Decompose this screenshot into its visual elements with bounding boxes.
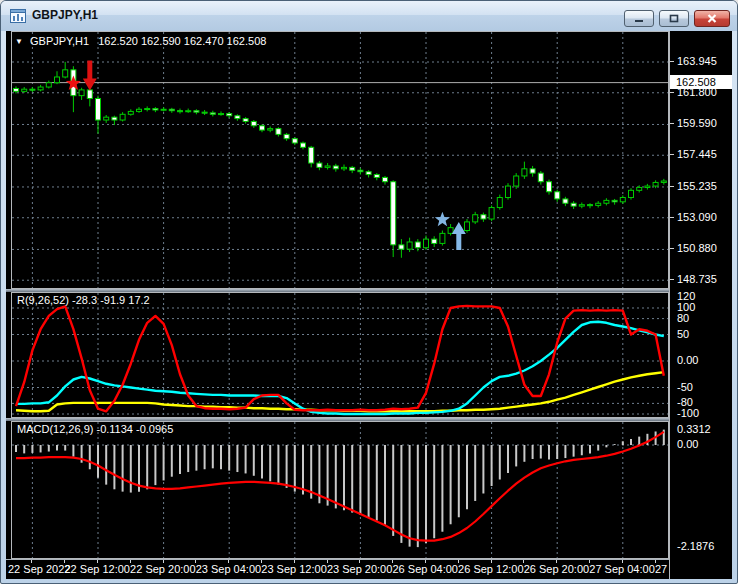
- time-label: 22 Sep 2022: [8, 563, 70, 575]
- candle-body: [407, 242, 412, 249]
- title-bar[interactable]: GBPJPY,H1: [1, 1, 737, 31]
- restore-button[interactable]: [659, 10, 689, 27]
- time-axis[interactable]: 22 Sep 202222 Sep 12:0022 Sep 20:0023 Se…: [6, 560, 732, 579]
- price-tick-mark: [670, 186, 674, 187]
- oscillator-tick-label: -50: [677, 381, 693, 393]
- minimize-button[interactable]: [624, 10, 654, 27]
- macd-tick-label: 0.00: [677, 438, 698, 450]
- current-price-label: 162.508: [670, 75, 732, 89]
- signal-star-marker: [435, 212, 450, 227]
- time-label: 26 Sep 04:00: [393, 563, 458, 575]
- candle-body: [104, 117, 109, 120]
- candle-body: [547, 182, 552, 192]
- candle-body: [22, 89, 27, 91]
- time-label: 23 Sep 04:00: [196, 563, 261, 575]
- candle-body: [120, 114, 125, 120]
- macd-tick-label: 0.3312: [677, 423, 711, 435]
- candle-body: [128, 111, 133, 114]
- candle-body: [424, 239, 429, 248]
- candle-body: [38, 87, 43, 90]
- candle-body: [46, 83, 51, 87]
- oscillator-tick-label: -100: [677, 407, 699, 419]
- candle-body: [366, 172, 371, 175]
- candle-body: [96, 99, 101, 121]
- collapse-icon[interactable]: ▼: [15, 37, 23, 46]
- close-icon: [707, 14, 717, 23]
- oscillator-tick-label: 80: [677, 312, 689, 324]
- candle-body: [538, 173, 543, 182]
- candle-body: [178, 111, 183, 112]
- candle-body: [588, 205, 593, 206]
- candle-body: [489, 208, 494, 219]
- price-tick-mark: [670, 217, 674, 218]
- candle-body: [596, 203, 601, 205]
- window-controls: [624, 10, 730, 27]
- candlestick-panel[interactable]: [11, 31, 669, 289]
- symbol-label: GBPJPY,H1: [30, 35, 89, 47]
- candle-body: [530, 169, 535, 173]
- chart-header: ▼ GBPJPY,H1 162.520 162.590 162.470 162.…: [15, 35, 266, 47]
- oscillator-tick-label: 50: [677, 328, 689, 340]
- price-tick-label: 150.880: [677, 242, 717, 254]
- candle-body: [153, 109, 158, 110]
- candle-body: [342, 167, 347, 168]
- minimize-icon: [634, 14, 644, 23]
- candle-body: [506, 186, 511, 197]
- price-tick-label: 148.735: [677, 273, 717, 285]
- candle-body: [309, 147, 314, 163]
- candle-body: [653, 182, 658, 186]
- price-tick-mark: [670, 61, 674, 62]
- oscillator-panel[interactable]: [11, 292, 669, 418]
- candle-body: [292, 139, 297, 143]
- price-tick-label: 159.590: [677, 117, 717, 129]
- candle-body: [514, 176, 519, 186]
- oscillator-line-slow: [16, 322, 664, 414]
- candle-body: [612, 200, 617, 201]
- candle-body: [284, 134, 289, 138]
- candle-body: [391, 182, 396, 245]
- candle-body: [55, 77, 60, 83]
- candle-body: [661, 181, 666, 182]
- candle-body: [87, 90, 92, 99]
- restore-icon: [669, 14, 679, 23]
- candle-body: [350, 167, 355, 170]
- chart-client-area: ▼ GBPJPY,H1 162.520 162.590 162.470 162.…: [6, 31, 732, 579]
- candle-body: [579, 205, 584, 206]
- candle-body: [30, 89, 35, 90]
- oscillator-line-fast: [16, 306, 664, 411]
- macd-panel[interactable]: [11, 421, 669, 559]
- candle-body: [415, 242, 420, 248]
- close-button[interactable]: [694, 10, 730, 27]
- chart-icon[interactable]: [10, 8, 26, 24]
- candle-body: [473, 215, 478, 222]
- candle-body: [63, 70, 68, 77]
- candle-body: [440, 233, 445, 243]
- candle-body: [383, 177, 388, 181]
- macd-signal-line: [16, 432, 664, 541]
- ohlc-values: 162.520 162.590 162.470 162.508: [98, 35, 266, 47]
- candle-body: [14, 88, 19, 91]
- candle-body: [235, 116, 240, 119]
- candle-body: [399, 245, 404, 249]
- macd-tick-label: -2.1876: [677, 540, 714, 552]
- price-tick-label: 163.945: [677, 55, 717, 67]
- candle-body: [571, 203, 576, 206]
- candle-body: [227, 114, 232, 116]
- candle-body: [637, 187, 642, 190]
- candle-body: [243, 119, 248, 122]
- candle-body: [497, 198, 502, 208]
- candle-body: [317, 163, 322, 167]
- price-scale[interactable]: 163.945161.800159.590157.445155.235153.0…: [669, 31, 732, 579]
- candle-body: [112, 117, 117, 120]
- candle-body: [186, 111, 191, 112]
- time-label: 26 Sep 12:00: [458, 563, 523, 575]
- candle-body: [448, 228, 453, 234]
- price-tick-label: 155.235: [677, 180, 717, 192]
- price-tick-label: 153.090: [677, 211, 717, 223]
- candle-body: [260, 126, 265, 130]
- candle-body: [251, 121, 256, 125]
- candle-body: [194, 111, 199, 112]
- candle-body: [301, 143, 306, 147]
- candle-body: [276, 129, 281, 135]
- time-label: 22 Sep 20:00: [130, 563, 195, 575]
